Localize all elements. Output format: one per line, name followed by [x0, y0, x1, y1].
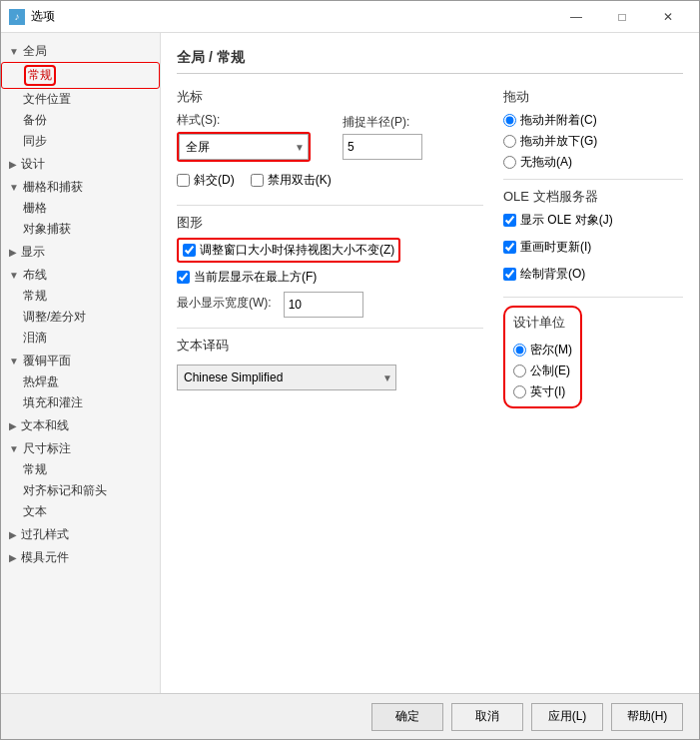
bevel-checkbox-row[interactable]: 斜交(D): [177, 172, 235, 189]
draw-bg-row[interactable]: 绘制背景(O): [503, 266, 683, 283]
sidebar-item-hole-style[interactable]: ▶ 过孔样式: [1, 524, 160, 545]
sidebar-item-display[interactable]: ▶ 显示: [1, 242, 160, 263]
cursor-style-label: 样式(S):: [177, 112, 311, 129]
maintain-view-row: 调整窗口大小时保持视图大小不变(Z): [177, 238, 483, 263]
maintain-view-checkbox[interactable]: [183, 244, 196, 257]
inch-radio[interactable]: [513, 385, 526, 398]
sidebar-item-file-location[interactable]: 文件位置: [1, 89, 160, 110]
sidebar: ▼ 全局 常规 文件位置 备份 同步 ▶ 设计 ▼: [1, 33, 161, 693]
sidebar-item-design[interactable]: ▶ 设计: [1, 154, 160, 175]
mil-row[interactable]: 密尔(M): [513, 342, 572, 359]
text-encoding-section-label: 文本译码: [177, 337, 483, 355]
expand-icon-design: ▶: [9, 159, 17, 170]
sidebar-item-grid[interactable]: 栅格: [1, 198, 160, 219]
sidebar-item-global[interactable]: ▼ 全局: [1, 41, 160, 62]
drag-release-row[interactable]: 拖动并放下(G): [503, 133, 683, 150]
inch-label: 英寸(I): [530, 383, 565, 400]
expand-icon-grid: ▼: [9, 182, 19, 193]
expand-icon: ▼: [9, 46, 19, 57]
inch-row[interactable]: 英寸(I): [513, 383, 572, 400]
content-area: ▼ 全局 常规 文件位置 备份 同步 ▶ 设计 ▼: [1, 33, 699, 693]
mil-radio[interactable]: [513, 344, 526, 357]
divider-3: [503, 179, 683, 180]
text-encoding-select[interactable]: Chinese Simplified UTF-8 GBK: [177, 365, 396, 390]
show-top-checkbox[interactable]: [177, 271, 190, 284]
min-display-label: 最小显示宽度(W):: [177, 295, 272, 312]
cancel-button[interactable]: 取消: [451, 703, 523, 731]
metric-label: 公制(E): [530, 363, 570, 379]
sidebar-item-line[interactable]: ▼ 布线: [1, 265, 160, 286]
no-drag-radio[interactable]: [503, 156, 516, 169]
apply-button[interactable]: 应用(L): [531, 703, 603, 731]
sidebar-item-copper-plane[interactable]: ▼ 覆铜平面: [1, 351, 160, 371]
metric-row[interactable]: 公制(E): [513, 363, 572, 379]
sidebar-item-backup[interactable]: 备份: [1, 110, 160, 131]
capture-radius-input[interactable]: [343, 134, 422, 160]
redraw-ole-checkbox[interactable]: [503, 241, 516, 254]
sidebar-item-dim-normal[interactable]: 常规: [1, 459, 160, 480]
drag-attach-row[interactable]: 拖动并附着(C): [503, 112, 683, 129]
min-display-input[interactable]: [284, 292, 363, 318]
sidebar-item-text-line[interactable]: ▶ 文本和线: [1, 415, 160, 436]
show-ole-checkbox[interactable]: [503, 214, 516, 227]
right-column: 拖动 拖动并附着(C) 拖动并放下(G) 无拖动(A): [503, 88, 683, 408]
sidebar-item-obj-capture[interactable]: 对象捕获: [1, 219, 160, 240]
cursor-section-label: 光标: [177, 88, 483, 106]
sidebar-item-dimension[interactable]: ▼ 尺寸标注: [1, 438, 160, 459]
sidebar-group-line: ▼ 布线 常规 调整/差分对 泪滴: [1, 265, 160, 349]
expand-icon-hole: ▶: [9, 529, 17, 540]
confirm-button[interactable]: 确定: [371, 703, 443, 731]
sidebar-item-adjust[interactable]: 调整/差分对: [1, 307, 160, 328]
sidebar-item-line-normal[interactable]: 常规: [1, 286, 160, 307]
maintain-view-checkbox-row[interactable]: 调整窗口大小时保持视图大小不变(Z): [177, 238, 400, 263]
min-display-row: 最小显示宽度(W):: [177, 292, 483, 318]
show-ole-label: 显示 OLE 对象(J): [520, 212, 613, 229]
disable-dblclick-checkbox[interactable]: [251, 174, 264, 187]
draw-bg-checkbox[interactable]: [503, 268, 516, 281]
capture-radius-group: 捕捉半径(P):: [343, 114, 422, 160]
sidebar-item-mold-component[interactable]: ▶ 模具元件: [1, 547, 160, 568]
sidebar-item-grid-capture[interactable]: ▼ 栅格和捕获: [1, 177, 160, 198]
redraw-ole-row[interactable]: 重画时更新(I): [503, 239, 683, 256]
design-unit-box: 设计单位 密尔(M) 公制(E) 英寸(I): [503, 306, 582, 408]
bevel-checkbox[interactable]: [177, 174, 190, 187]
sidebar-item-teardrops[interactable]: 泪滴: [1, 328, 160, 349]
no-drag-row[interactable]: 无拖动(A): [503, 154, 683, 171]
drag-attach-radio[interactable]: [503, 114, 516, 127]
minimize-button[interactable]: —: [553, 1, 599, 33]
show-top-checkbox-row[interactable]: 当前层显示在最上方(F): [177, 269, 483, 286]
ole-section-label: OLE 文档服务器: [503, 188, 683, 206]
sidebar-group-grid-capture: ▼ 栅格和捕获 栅格 对象捕获: [1, 177, 160, 240]
expand-icon-line: ▼: [9, 270, 19, 281]
sidebar-group-display: ▶ 显示: [1, 242, 160, 263]
disable-dblclick-checkbox-row[interactable]: 禁用双击(K): [251, 172, 332, 189]
sidebar-item-normal[interactable]: 常规: [1, 62, 160, 89]
sidebar-group-dimension: ▼ 尺寸标注 常规 对齐标记和箭头 文本: [1, 438, 160, 522]
sidebar-group-design: ▶ 设计: [1, 154, 160, 175]
sidebar-group-mold-component: ▶ 模具元件: [1, 547, 160, 568]
sidebar-group-text-line: ▶ 文本和线: [1, 415, 160, 436]
draw-bg-label: 绘制背景(O): [520, 266, 585, 283]
help-button[interactable]: 帮助(H): [611, 703, 683, 731]
close-button[interactable]: ✕: [645, 1, 691, 33]
expand-icon-mold: ▶: [9, 552, 17, 563]
app-icon: ♪: [9, 9, 25, 25]
show-ole-row[interactable]: 显示 OLE 对象(J): [503, 212, 683, 229]
left-column: 光标 样式(S): 全屏 小十字 大十字 ▼: [177, 88, 483, 408]
disable-dblclick-label: 禁用双击(K): [268, 172, 332, 189]
sidebar-item-fill-pour[interactable]: 填充和灌注: [1, 392, 160, 413]
no-drag-label: 无拖动(A): [520, 154, 572, 171]
sidebar-item-dim-text[interactable]: 文本: [1, 501, 160, 522]
sidebar-group-hole-style: ▶ 过孔样式: [1, 524, 160, 545]
metric-radio[interactable]: [513, 365, 526, 377]
expand-icon-display: ▶: [9, 247, 17, 258]
drag-release-radio[interactable]: [503, 135, 516, 148]
sidebar-item-sync[interactable]: 同步: [1, 131, 160, 152]
drag-release-label: 拖动并放下(G): [520, 133, 597, 150]
cursor-style-select[interactable]: 全屏 小十字 大十字: [179, 134, 309, 160]
maximize-button[interactable]: □: [599, 1, 645, 33]
sidebar-item-align-arrow[interactable]: 对齐标记和箭头: [1, 480, 160, 501]
drag-attach-label: 拖动并附着(C): [520, 112, 597, 129]
sidebar-group-global: ▼ 全局 常规 文件位置 备份 同步: [1, 41, 160, 152]
sidebar-item-hotpad[interactable]: 热焊盘: [1, 371, 160, 392]
